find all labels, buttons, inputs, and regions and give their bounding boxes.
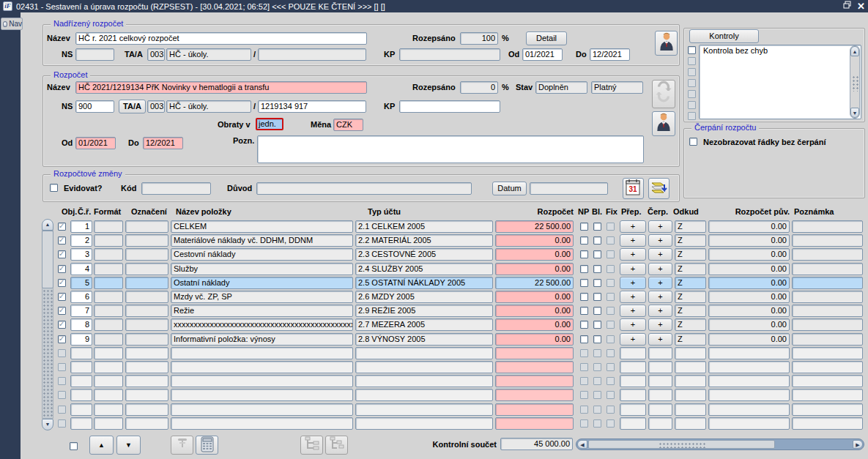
row-budget-amount[interactable]: 0.00 xyxy=(495,333,574,346)
row-prepocet-button[interactable]: + xyxy=(620,234,646,247)
row-source[interactable]: Z xyxy=(675,220,706,233)
row-account-type[interactable]: 2.3 CESTOVNÉ 2005 xyxy=(355,248,493,261)
parent-name-field[interactable]: HČ r. 2021 celkový rozpočet xyxy=(75,32,367,45)
controls-scrollbar[interactable]: ▲ ▼ xyxy=(850,45,860,119)
row-budget-original[interactable]: 0.00 xyxy=(708,263,790,275)
row-select-checkbox[interactable] xyxy=(58,293,66,301)
row-np-checkbox[interactable] xyxy=(580,293,588,301)
row-prepocet-button[interactable]: + xyxy=(620,291,646,303)
budget-kp-field[interactable] xyxy=(399,100,500,113)
row-source[interactable]: Z xyxy=(675,277,706,289)
row-format[interactable] xyxy=(94,291,123,303)
row-format[interactable] xyxy=(94,277,123,289)
row-select-checkbox[interactable] xyxy=(58,250,66,258)
row-format[interactable] xyxy=(94,318,123,331)
row-budget-original[interactable]: 0.00 xyxy=(708,248,790,261)
row-np-checkbox[interactable] xyxy=(580,236,588,245)
parent-owner-button[interactable] xyxy=(655,31,678,56)
row-budget-original[interactable]: 0.00 xyxy=(708,220,790,233)
row-designation[interactable] xyxy=(125,248,168,261)
row-note[interactable] xyxy=(792,248,863,261)
obraty-field[interactable]: jedn. xyxy=(256,118,283,130)
row-number[interactable]: 9 xyxy=(70,333,92,346)
move-row-down-button[interactable]: ▼ xyxy=(116,436,141,455)
row-bl-checkbox[interactable] xyxy=(593,250,601,258)
row-source[interactable]: Z xyxy=(675,318,706,331)
row-number[interactable]: 2 xyxy=(70,234,92,247)
row-note[interactable] xyxy=(792,305,863,317)
row-prepocet-button[interactable]: + xyxy=(620,305,646,317)
row-np-checkbox[interactable] xyxy=(580,321,588,329)
row-prepocet-button[interactable]: + xyxy=(620,277,646,289)
row-cerpani-button[interactable]: + xyxy=(648,248,672,261)
row-cerpani-button[interactable]: + xyxy=(648,220,672,233)
budget-od-field[interactable]: 01/2021 xyxy=(75,137,116,149)
row-select-checkbox[interactable] xyxy=(58,265,66,273)
row-cerpani-button[interactable]: + xyxy=(648,333,672,346)
row-number[interactable]: 1 xyxy=(70,220,92,233)
row-budget-amount[interactable]: 0.00 xyxy=(495,305,574,317)
budget-taa-detail-field[interactable]: 1219134 917 xyxy=(258,100,366,113)
row-account-type[interactable]: 2.1 CELKEM 2005 xyxy=(355,220,493,233)
row-item-name[interactable]: CELKEM xyxy=(171,220,353,233)
row-item-name[interactable]: xxxxxxxxxxxxxxxxxxxxxxxxxxxxxxxxxxxxxxxx… xyxy=(171,318,353,331)
controls-scroll-down-button[interactable]: ▼ xyxy=(850,108,859,118)
row-bl-checkbox[interactable] xyxy=(593,265,601,273)
calculator-button[interactable] xyxy=(196,436,218,455)
row-np-checkbox[interactable] xyxy=(580,265,588,273)
row-account-type[interactable]: 2.7 MEZERA 2005 xyxy=(355,318,493,331)
hscroll-left-button[interactable]: ◀ xyxy=(577,440,587,449)
row-budget-original[interactable]: 0.00 xyxy=(708,333,790,346)
row-format[interactable] xyxy=(94,263,123,275)
pozn-field[interactable] xyxy=(257,135,644,163)
hscroll-thumb[interactable] xyxy=(588,440,775,449)
row-designation[interactable] xyxy=(125,305,168,317)
control-item-checkbox[interactable] xyxy=(688,46,696,54)
row-designation[interactable] xyxy=(125,333,168,346)
row-budget-original[interactable]: 0.00 xyxy=(708,277,790,289)
row-prepocet-button[interactable]: + xyxy=(620,318,646,331)
row-number[interactable]: 4 xyxy=(70,263,92,275)
row-format[interactable] xyxy=(94,333,123,346)
row-cerpani-button[interactable]: + xyxy=(648,277,672,289)
row-budget-amount[interactable]: 0.00 xyxy=(495,318,574,331)
row-note[interactable] xyxy=(792,291,863,303)
row-bl-checkbox[interactable] xyxy=(593,236,601,245)
detail-button[interactable]: Detail xyxy=(526,31,567,45)
transfer-button[interactable] xyxy=(648,178,669,199)
row-account-type[interactable]: 2.4 SLUŽBY 2005 xyxy=(355,263,493,275)
row-item-name[interactable]: Cestovní náklady xyxy=(171,248,353,261)
row-designation[interactable] xyxy=(125,291,168,303)
row-np-checkbox[interactable] xyxy=(580,223,588,231)
row-select-checkbox[interactable] xyxy=(58,236,66,245)
row-prepocet-button[interactable]: + xyxy=(620,263,646,275)
kontroly-button[interactable]: Kontroly xyxy=(689,29,759,43)
row-designation[interactable] xyxy=(125,263,168,275)
row-budget-amount[interactable]: 22 500.00 xyxy=(495,220,574,233)
row-cerpani-button[interactable]: + xyxy=(648,234,672,247)
row-budget-amount[interactable]: 22 500.00 xyxy=(495,277,574,289)
row-number[interactable]: 5 xyxy=(70,277,92,289)
row-np-checkbox[interactable] xyxy=(580,279,588,287)
row-item-name[interactable]: Režie xyxy=(171,305,353,317)
row-select-checkbox[interactable] xyxy=(58,307,66,315)
row-item-name[interactable]: Materiálové náklady vč. DDHM, DDNM xyxy=(171,234,353,247)
row-budget-amount[interactable]: 0.00 xyxy=(495,248,574,261)
calendar-button[interactable]: 31 xyxy=(623,178,644,199)
row-format[interactable] xyxy=(94,305,123,317)
close-icon[interactable]: ✕ xyxy=(857,0,865,12)
row-number[interactable]: 7 xyxy=(70,305,92,317)
row-bl-checkbox[interactable] xyxy=(593,321,601,329)
row-budget-original[interactable]: 0.00 xyxy=(708,305,790,317)
row-number[interactable]: 3 xyxy=(70,248,92,261)
row-note[interactable] xyxy=(792,333,863,346)
drawdown-filter-checkbox[interactable] xyxy=(689,138,697,146)
row-select-checkbox[interactable] xyxy=(58,279,66,287)
row-format[interactable] xyxy=(94,220,123,233)
evidovat-checkbox[interactable] xyxy=(50,184,58,192)
row-format[interactable] xyxy=(94,248,123,261)
row-np-checkbox[interactable] xyxy=(580,335,588,343)
row-bl-checkbox[interactable] xyxy=(593,293,601,301)
row-bl-checkbox[interactable] xyxy=(593,335,601,343)
restore-icon[interactable] xyxy=(843,0,851,12)
